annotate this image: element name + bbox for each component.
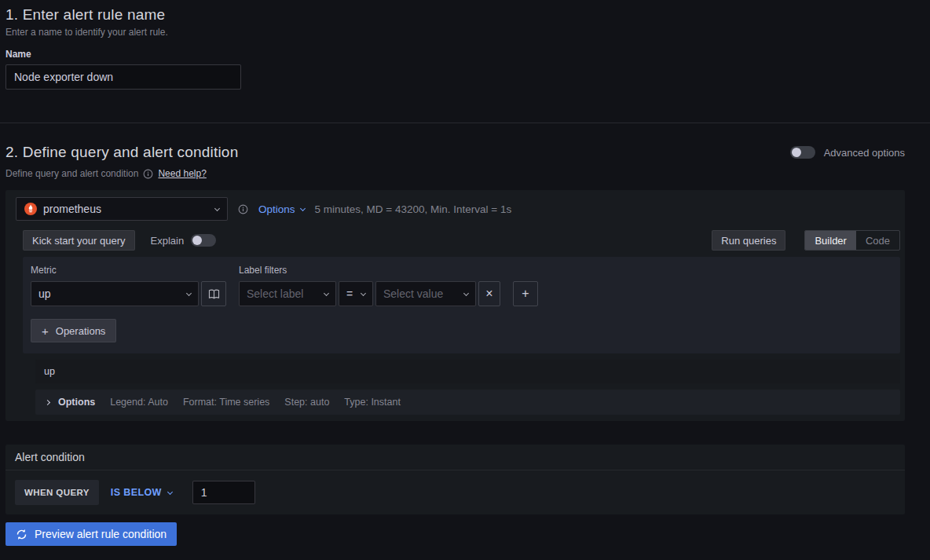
add-filter-button[interactable]: + [513, 281, 538, 306]
metrics-browser-button[interactable] [201, 281, 226, 306]
explain-label: Explain [151, 235, 185, 247]
advanced-options-label: Advanced options [824, 147, 905, 159]
datasource-name: prometheus [43, 203, 101, 215]
query-preview-expression: up [44, 366, 55, 377]
book-open-icon [208, 289, 220, 299]
query-options-row: Options Legend: Auto Format: Time series… [35, 390, 900, 415]
alert-condition-title: Alert condition [5, 445, 905, 470]
label-filters-field: Label filters Select label = [239, 265, 538, 306]
query-preview-row: up [35, 360, 900, 383]
chevron-down-icon [361, 290, 366, 295]
label-filters-label: Label filters [239, 265, 538, 276]
section-divider [0, 123, 930, 123]
remove-filter-button[interactable]: × [478, 281, 500, 306]
operator-dropdown[interactable]: = [339, 281, 373, 306]
metric-label: Metric [31, 265, 226, 276]
options-collapse-toggle[interactable]: Options [46, 397, 95, 408]
plus-icon: + [522, 287, 529, 301]
sync-icon [16, 529, 27, 540]
chevron-down-icon [214, 205, 220, 210]
select-label-dropdown[interactable]: Select label [239, 281, 336, 306]
close-icon: × [485, 287, 492, 301]
query-builder: Metric up [23, 257, 900, 353]
plus-icon: + [42, 325, 49, 337]
editor-mode-group: Builder Code [804, 230, 900, 251]
rule-name-section-title: 1. Enter alert rule name [5, 6, 905, 24]
prometheus-icon [24, 203, 37, 215]
alert-condition-panel: Alert condition WHEN QUERY IS BELOW [5, 445, 905, 514]
chevron-right-icon [45, 399, 50, 404]
chevron-down-icon [299, 205, 305, 210]
section-query-condition: 2. Define query and alert condition Adva… [5, 144, 905, 560]
advanced-options-toggle[interactable] [790, 146, 815, 159]
alert-rule-form: 1. Enter alert rule name Enter a name to… [0, 0, 930, 560]
mode-code-option[interactable]: Code [856, 231, 899, 250]
datasource-picker[interactable]: prometheus [16, 197, 228, 221]
add-operations-button[interactable]: + Operations [31, 319, 116, 342]
section-rule-name: 1. Enter alert rule name Enter a name to… [5, 6, 905, 123]
type-option: Type: Instant [344, 397, 401, 408]
select-value-dropdown[interactable]: Select value [375, 281, 476, 306]
when-query-label: WHEN QUERY [15, 480, 99, 505]
need-help-link[interactable]: Need help? [158, 168, 206, 179]
metric-select[interactable]: up [31, 281, 199, 306]
metric-field: Metric up [31, 265, 226, 306]
step-option: Step: auto [284, 397, 329, 408]
rule-name-section-subtitle: Enter a name to identify your alert rule… [5, 27, 905, 38]
rule-name-input[interactable] [5, 64, 241, 90]
preview-alert-rule-button[interactable]: Preview alert rule condition [5, 522, 177, 546]
threshold-input[interactable] [192, 481, 255, 504]
chevron-down-icon [167, 489, 173, 494]
query-section-title: 2. Define query and alert condition [5, 144, 238, 161]
info-icon[interactable] [143, 169, 153, 179]
legend-option: Legend: Auto [110, 397, 168, 408]
chevron-down-icon [463, 290, 469, 295]
mode-builder-option[interactable]: Builder [805, 231, 855, 250]
chevron-down-icon [324, 290, 329, 295]
run-queries-button[interactable]: Run queries [712, 230, 785, 251]
chevron-down-icon [186, 290, 192, 295]
query-editor: prometheus Options 5 minutes, MD = 43200… [5, 190, 905, 421]
condition-dropdown[interactable]: IS BELOW [111, 487, 172, 498]
explain-toggle[interactable] [191, 234, 216, 247]
query-options-summary: 5 minutes, MD = 43200, Min. Interval = 1… [315, 203, 512, 215]
format-option: Format: Time series [183, 397, 269, 408]
info-icon[interactable] [238, 204, 248, 214]
name-field-label: Name [5, 49, 905, 60]
query-options-link[interactable]: Options [258, 203, 305, 215]
query-section-subtitle: Define query and alert condition [5, 168, 138, 179]
kick-start-query-button[interactable]: Kick start your query [23, 230, 135, 251]
